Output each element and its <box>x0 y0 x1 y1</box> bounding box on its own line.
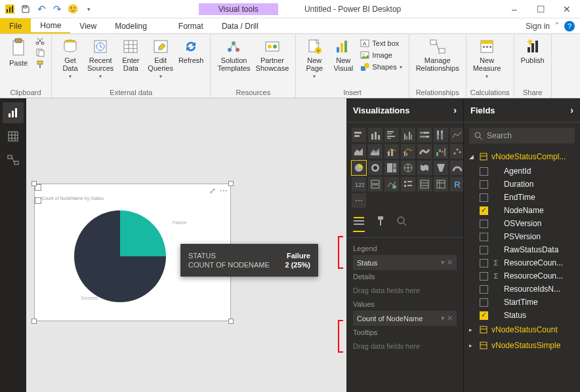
field-agentid[interactable]: AgentId <box>466 165 577 178</box>
tab-modeling[interactable]: Modeling <box>106 18 156 33</box>
tooltips-well-placeholder[interactable]: Drag data fields here <box>353 339 457 353</box>
viz-treemap[interactable] <box>384 161 399 175</box>
focus-mode-icon[interactable]: ⤢ <box>209 186 216 195</box>
tab-home[interactable]: Home <box>31 18 70 33</box>
viz-stacked-column[interactable] <box>368 128 383 142</box>
get-data-button[interactable]: Get Data▾ <box>56 35 85 81</box>
report-view-button[interactable] <box>3 102 24 123</box>
format-painter-button[interactable] <box>33 59 47 69</box>
shapes-button[interactable]: Shapes▾ <box>358 62 404 72</box>
viz-r[interactable]: R <box>450 177 463 191</box>
fields-tab-icon[interactable] <box>353 216 365 232</box>
svg-rect-48 <box>486 46 488 48</box>
field-resourceids[interactable]: ResourceIdsN... <box>466 283 577 296</box>
viz-custom[interactable]: ⋯ <box>352 193 366 208</box>
viz-100-column[interactable] <box>434 128 448 142</box>
viz-filled-map[interactable] <box>417 161 432 175</box>
minimize-button[interactable]: – <box>501 0 528 18</box>
edit-queries-button[interactable]: Edit Queries▾ <box>145 35 176 81</box>
field-rawstatusdata[interactable]: RawStatusData <box>466 243 577 256</box>
close-button[interactable]: ✕ <box>554 0 580 18</box>
viz-waterfall[interactable] <box>434 144 448 159</box>
viz-scatter[interactable] <box>450 144 463 159</box>
viz-pie[interactable] <box>352 161 366 175</box>
model-view-button[interactable] <box>3 149 24 170</box>
table-vnodestatussimple[interactable]: ▸vNodeStatusSimple <box>466 338 577 353</box>
field-starttime[interactable]: StartTime <box>466 296 577 309</box>
viz-matrix[interactable] <box>434 177 448 191</box>
legend-well-field[interactable]: Status▾ ✕ <box>353 255 457 270</box>
viz-ribbon[interactable] <box>417 144 432 159</box>
analytics-tab-icon[interactable] <box>396 216 407 232</box>
help-icon[interactable]: ? <box>564 21 575 31</box>
viz-clustered-bar[interactable] <box>384 128 399 142</box>
details-well-placeholder[interactable]: Drag data fields here <box>353 283 457 298</box>
field-psversion[interactable]: PSVersion <box>466 230 577 243</box>
viz-donut[interactable] <box>368 161 383 175</box>
field-resourcecount1[interactable]: ΣResourceCoun... <box>466 256 577 269</box>
viz-area[interactable] <box>352 144 366 159</box>
redo-icon[interactable]: ↷ <box>50 2 64 16</box>
slice-label-success: Success <box>81 296 98 300</box>
signin-link[interactable]: Sign in <box>526 22 550 31</box>
viz-map[interactable] <box>401 161 415 175</box>
more-options-icon[interactable]: ⋯ <box>220 186 228 195</box>
viz-funnel[interactable] <box>434 161 448 175</box>
viz-multi-card[interactable] <box>368 177 383 191</box>
fields-search[interactable]: Search <box>469 128 575 144</box>
undo-icon[interactable]: ↶ <box>34 2 49 16</box>
svg-rect-75 <box>409 132 410 140</box>
field-status[interactable]: Status <box>466 309 577 322</box>
tab-format[interactable]: Format <box>169 18 213 33</box>
viz-100-bar[interactable] <box>417 128 432 142</box>
viz-combo1[interactable] <box>384 144 399 159</box>
viz-stacked-bar[interactable] <box>352 128 366 142</box>
collapse-pane-icon[interactable]: › <box>453 105 457 115</box>
pie-chart[interactable] <box>74 210 166 302</box>
field-nodename[interactable]: NodeName <box>466 204 577 217</box>
values-well-field[interactable]: Count of NodeName▾ ✕ <box>353 311 457 326</box>
tab-file[interactable]: File <box>0 18 31 33</box>
new-measure-button[interactable]: New Measure▾ <box>470 35 504 81</box>
partner-showcase-button[interactable]: Partner Showcase <box>253 35 292 73</box>
new-page-button[interactable]: +New Page▾ <box>300 35 329 81</box>
paste-button[interactable]: Paste <box>4 35 33 68</box>
viz-combo2[interactable] <box>401 144 415 159</box>
collapse-fields-icon[interactable]: › <box>570 105 573 115</box>
tab-datadrill[interactable]: Data / Drill <box>213 18 268 33</box>
refresh-button[interactable]: Refresh <box>176 35 207 66</box>
new-visual-button[interactable]: New Visual <box>329 35 358 73</box>
cut-button[interactable] <box>33 35 47 46</box>
viz-card[interactable]: 123 <box>352 177 366 191</box>
field-endtime[interactable]: EndTime <box>466 191 577 204</box>
data-view-button[interactable] <box>3 126 24 147</box>
recent-sources-button[interactable]: Recent Sources▾ <box>85 35 116 81</box>
viz-stacked-area[interactable] <box>368 144 383 159</box>
qat-dropdown-icon[interactable]: ▾ <box>81 2 96 16</box>
copy-button[interactable] <box>33 47 47 58</box>
solution-templates-button[interactable]: Solution Templates <box>215 35 253 73</box>
field-duration[interactable]: Duration <box>466 178 577 191</box>
textbox-button[interactable]: AText box <box>358 38 404 49</box>
field-resourcecount2[interactable]: ΣResourceCoun... <box>466 269 577 283</box>
manage-relationships-button[interactable]: Manage Relationships <box>413 35 462 73</box>
collapse-ribbon-icon[interactable]: ˅ <box>555 22 559 31</box>
smiley-icon[interactable]: 🙂 <box>66 2 80 16</box>
image-button[interactable]: Image <box>358 50 404 60</box>
publish-button[interactable]: Publish <box>518 35 547 66</box>
table-vnodestatuscount[interactable]: ▸vNodeStatusCount <box>466 322 577 338</box>
table-vnodestatuscompl[interactable]: ◢vNodeStatusCompl... <box>466 149 577 165</box>
enter-data-button[interactable]: Enter Data <box>116 35 145 73</box>
report-canvas[interactable]: ⤢ ⋯ Count of NodeName by Status Failure … <box>26 98 346 392</box>
viz-kpi[interactable] <box>384 177 399 191</box>
maximize-button[interactable]: ☐ <box>528 0 554 18</box>
viz-table[interactable] <box>417 177 432 191</box>
save-icon[interactable] <box>18 2 33 16</box>
viz-gauge[interactable] <box>450 161 463 175</box>
format-tab-icon[interactable] <box>375 216 386 232</box>
viz-line[interactable] <box>450 128 463 142</box>
field-osversion[interactable]: OSVersion <box>466 217 577 230</box>
viz-slicer[interactable] <box>401 177 415 191</box>
tab-view[interactable]: View <box>70 18 106 33</box>
viz-clustered-column[interactable] <box>401 128 415 142</box>
